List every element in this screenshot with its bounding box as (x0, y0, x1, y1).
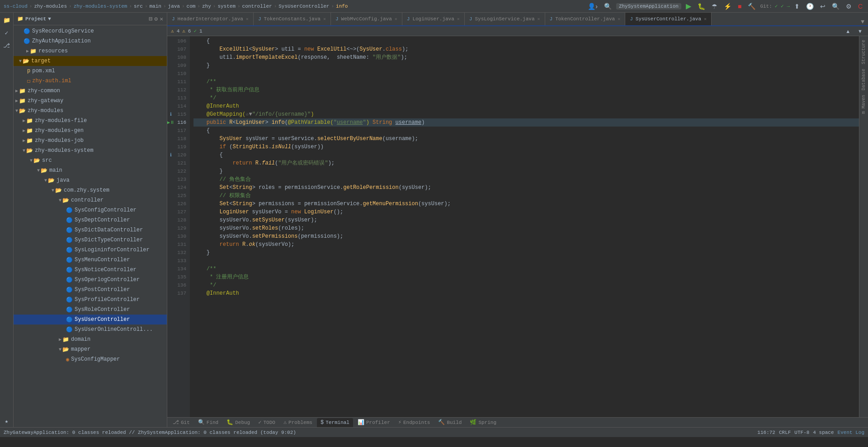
tab-find[interactable]: 🔍 Find (194, 418, 222, 427)
tree-item-zhy-modules-system[interactable]: ▼ 📂 zhy-modules-system (14, 146, 167, 155)
tree-item-src[interactable]: ▼ 📂 src (14, 155, 167, 165)
tree-item-zhy-modules-file[interactable]: ▶ 📁 zhy-modules-file (14, 116, 167, 126)
code-content[interactable]: { ExcelUtil<SysUser> util = new ExcelUti… (190, 36, 859, 417)
tree-item-sysoperlogcontroller[interactable]: 🔵 SysOperlogController (14, 275, 167, 285)
tab-headerinterceptor[interactable]: J HeaderInterceptor.java ✕ (167, 13, 254, 25)
tree-item-sysdicttypecontroller[interactable]: 🔵 SysDictTypeController (14, 235, 167, 245)
tab-close-icon[interactable]: ✕ (323, 16, 326, 22)
status-position[interactable]: 116:72 (757, 430, 775, 435)
expand-button[interactable]: ▲ (844, 28, 852, 35)
tree-item-mapper[interactable]: ▼ 📂 mapper (14, 344, 167, 354)
tree-item-syspostcontroller[interactable]: 🔵 SysPostController (14, 285, 167, 295)
tree-settings-icon[interactable]: ⚙ (154, 15, 158, 23)
tab-overflow-button[interactable]: ▼ (857, 19, 868, 25)
status-crlf[interactable]: CRLF (779, 430, 791, 435)
tab-profiler[interactable]: 📊 Profiler (354, 418, 394, 427)
maven-label[interactable]: m Maven (860, 93, 867, 116)
event-log-button[interactable]: Event Log (838, 430, 864, 435)
tree-item-syslogininfor[interactable]: 🔵 SysLogininforController (14, 245, 167, 255)
tab-close-icon[interactable]: ✕ (704, 16, 707, 22)
tree-item-sysrolecontroller[interactable]: 🔵 SysRoleController (14, 305, 167, 315)
tree-item-sysnoticecontroller[interactable]: 🔵 SysNoticeController (14, 265, 167, 275)
tree-item-sysprofilecontroller[interactable]: 🔵 SysProfileController (14, 295, 167, 305)
java-icon: 🔵 (66, 316, 73, 323)
commit-icon[interactable]: ✓ (1, 27, 13, 39)
top-bar-method[interactable]: info (336, 4, 348, 9)
tree-item-resources[interactable]: ▶ 📁 resources (14, 46, 167, 56)
tree-item-com-zhy-system[interactable]: ▼ 📂 com.zhy.system (14, 185, 167, 195)
tree-item-target[interactable]: ▼ 📂 target (14, 56, 167, 66)
tab-git[interactable]: ⎇ Git (169, 418, 193, 427)
tab-close-icon[interactable]: ✕ (457, 16, 460, 22)
tab-todo[interactable]: ✓ TODO (255, 418, 279, 427)
vcs-icon[interactable]: ⎇ (1, 40, 13, 52)
tree-item-pom[interactable]: p pom.xml (14, 66, 167, 76)
tab-close-icon[interactable]: ✕ (618, 16, 620, 22)
tab-close-icon[interactable]: ✕ (538, 16, 540, 22)
tab-sysusercontroller[interactable]: J SysUserController.java ✕ (625, 13, 712, 25)
top-bar-project[interactable]: ss-cloud (4, 4, 28, 9)
top-bar-module2[interactable]: zhy-modules-system (74, 4, 127, 9)
gutter-run-icon[interactable]: ▶⏸ (168, 120, 174, 125)
undo-button[interactable]: ↩ (818, 2, 827, 11)
tree-item-sysuseronlinecontroller[interactable]: 🔵 SysUserOnlineControll... (14, 325, 167, 334)
top-bar-module[interactable]: zhy-modules (34, 4, 67, 9)
tab-spring[interactable]: 🌿 Spring (466, 418, 500, 427)
tab-close-icon[interactable]: ✕ (395, 16, 397, 22)
favorites-icon[interactable]: ★ (1, 415, 13, 427)
profile-button[interactable]: ⚡ (722, 2, 733, 11)
tree-item-domain[interactable]: ▶ 📁 domain (14, 334, 167, 344)
coverage-button[interactable]: ☂ (710, 2, 719, 11)
status-indent[interactable]: 4 space (813, 430, 834, 435)
debug-button[interactable]: 🐛 (696, 2, 707, 11)
tree-item-zhy-modules[interactable]: ▼ 📂 zhy-modules (14, 106, 167, 116)
top-bar-class[interactable]: SysUserController (278, 4, 329, 9)
tree-item-zhy-gateway[interactable]: ▶ 📁 zhy-gateway (14, 96, 167, 106)
tab-problems[interactable]: ⚠ Problems (280, 418, 316, 427)
tab-webmvcconfig[interactable]: J WebMvcConfig.java ✕ (331, 13, 402, 25)
run-button[interactable]: ▶ (684, 1, 693, 11)
database-label[interactable]: Database (860, 67, 867, 92)
find-action-button[interactable]: 🔍 (830, 2, 841, 11)
tree-item-controller[interactable]: ▼ 📂 controller (14, 195, 167, 205)
tree-item-sysmenucontroller[interactable]: 🔵 SysMenuController (14, 255, 167, 265)
tree-item-zhy-modules-job[interactable]: ▶ 📁 zhy-modules-job (14, 136, 167, 146)
tree-close-icon[interactable]: ✕ (160, 15, 163, 23)
tree-item-sysdictdatacontroller[interactable]: 🔵 SysDictDataController (14, 225, 167, 235)
run-config[interactable]: ZhySystemApplication (616, 3, 681, 9)
tree-item-sysusercontroller[interactable]: 🔵 SysUserController (14, 315, 167, 325)
git-push-button[interactable]: ⬆ (793, 2, 802, 11)
collapse-button[interactable]: ▼ (856, 28, 864, 35)
stop-button[interactable]: ■ (736, 2, 743, 11)
tree-item-java[interactable]: ▼ 📂 java (14, 175, 167, 185)
tree-item-main[interactable]: ▼ 📂 main (14, 165, 167, 175)
tab-close-icon[interactable]: ✕ (246, 16, 249, 22)
tree-item-iml[interactable]: ◻ zhy-auth.iml (14, 76, 167, 86)
tab-terminal[interactable]: $ Terminal (317, 418, 353, 427)
csdn-button[interactable]: C (856, 2, 864, 11)
project-icon[interactable]: 📁 (1, 14, 13, 26)
vcs-button[interactable]: 👤› (586, 2, 599, 11)
tree-item-sysconfigmapper[interactable]: ◉ SysConfigMapper (14, 354, 167, 364)
collapse-all-icon[interactable]: ⊟ (149, 15, 153, 23)
tree-item-zhy-modules-gen[interactable]: ▶ 📁 zhy-modules-gen (14, 126, 167, 136)
tree-item-sysconfigcontroller[interactable]: 🔵 SysConfigController (14, 205, 167, 215)
tab-sysloginservice[interactable]: J SysLoginService.java ✕ (465, 13, 545, 25)
tree-item-zhy-common[interactable]: ▶ 📁 zhy-common (14, 86, 167, 96)
history-button[interactable]: 🕐 (804, 2, 816, 11)
tab-tokencontroller[interactable]: J TokenController.java ✕ (545, 13, 626, 25)
tab-tokenconstants[interactable]: J TokenConstants.java ✕ (254, 13, 331, 25)
tab-debug[interactable]: 🐛 Debug (223, 418, 254, 427)
tab-build[interactable]: 🔨 Build (434, 418, 465, 427)
tree-item-sysdeptcontroller[interactable]: 🔵 SysDeptController (14, 215, 167, 225)
tree-item-zhyauthapplication[interactable]: 🔵 ZhyAuthApplication (14, 36, 167, 46)
tab-endpoints[interactable]: ⚡ Endpoints (395, 418, 434, 427)
search-everywhere-button[interactable]: 🔍 (602, 2, 613, 11)
tab-loginuser[interactable]: J LoginUser.java ✕ (402, 13, 465, 25)
tree-item-sysrecordlogservice[interactable]: 🔵 SysRecordLogService (14, 26, 167, 36)
status-charset[interactable]: UTF-8 (794, 430, 809, 435)
settings-button[interactable]: ⚙ (844, 2, 854, 11)
project-dropdown[interactable]: ▼ (48, 16, 51, 22)
build-button[interactable]: 🔨 (746, 2, 757, 11)
structure-label[interactable]: Structure (860, 38, 867, 66)
